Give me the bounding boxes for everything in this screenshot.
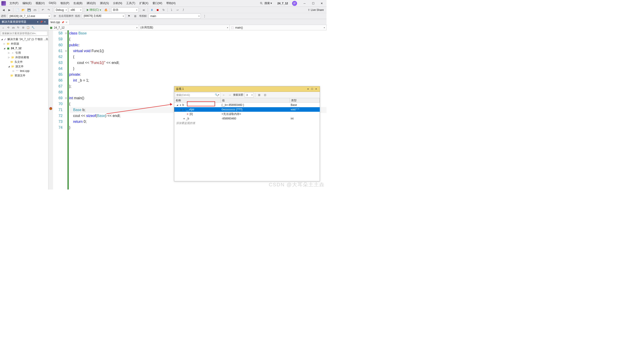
- thread-icon[interactable]: ⊞: [133, 14, 138, 19]
- pin-icon[interactable]: 📌: [61, 21, 64, 24]
- project-node[interactable]: ◢▣24_7_12: [0, 46, 48, 51]
- menu-test[interactable]: 测试(S): [98, 0, 111, 6]
- menu-view[interactable]: 视图(V): [34, 0, 47, 6]
- col-type[interactable]: 类型: [290, 98, 320, 103]
- nav-func-combo[interactable]: ⬚main(): [230, 25, 327, 30]
- redo-icon[interactable]: ↷: [46, 7, 51, 12]
- ext-deps-node[interactable]: ▷📁外部依赖项: [0, 55, 48, 60]
- step-into-icon[interactable]: ⤵: [169, 7, 174, 12]
- stack-combo[interactable]: main: [149, 14, 201, 19]
- save-all-icon[interactable]: 🗃: [11, 26, 15, 30]
- step-icon[interactable]: ⏯: [141, 7, 146, 12]
- forward-button[interactable]: ▶: [7, 7, 12, 12]
- col-name[interactable]: 名称: [174, 98, 221, 103]
- variable-icon: ◈: [182, 117, 185, 120]
- menu-build[interactable]: 生成(B): [72, 0, 84, 6]
- collapse-icon[interactable]: ⊟: [21, 26, 25, 30]
- new-project-icon[interactable]: 📄: [15, 7, 20, 12]
- ext-src-node[interactable]: ▷📁外部源: [0, 42, 48, 46]
- minimize-button[interactable]: ─: [301, 1, 308, 6]
- test-cpp-node[interactable]: ▷⁺⁺test.cpp: [0, 69, 48, 73]
- menu-window[interactable]: 窗口(W): [151, 0, 164, 6]
- stack-more-icon[interactable]: ⋮: [202, 14, 207, 19]
- step-over-icon[interactable]: ⤻: [175, 7, 180, 12]
- sources-node[interactable]: ◢📁源文件: [0, 64, 48, 69]
- menu-tools[interactable]: 工具(T): [124, 0, 137, 6]
- save-icon[interactable]: 💾: [26, 7, 31, 12]
- watch-dropdown-icon[interactable]: ▾: [306, 87, 310, 91]
- flag-icon[interactable]: ⚑: [127, 14, 131, 19]
- watch-search-input[interactable]: [176, 94, 219, 96]
- save-all-icon[interactable]: 🗃: [32, 7, 37, 12]
- share-icon: ⇪: [308, 8, 310, 12]
- solution-search-input[interactable]: [1, 31, 47, 36]
- menu-extensions[interactable]: 扩展(X): [137, 0, 150, 6]
- watch-title-bar[interactable]: 监视 1 ▾ ☐ ✕: [174, 86, 320, 92]
- tab-test-cpp[interactable]: test.cpp 📌 ✕: [49, 20, 70, 25]
- watch-close-icon[interactable]: ✕: [314, 87, 318, 91]
- home-icon[interactable]: ⌂: [1, 26, 5, 30]
- menu-git[interactable]: Git(G): [47, 0, 58, 6]
- watch-row[interactable]: ⊘[0] <无法读取内存>: [174, 112, 320, 116]
- col-value[interactable]: 值: [221, 98, 290, 103]
- title-search[interactable]: 搜索 ▾: [259, 1, 273, 6]
- solution-tree[interactable]: ◢⑇解决方案 '24_7_12' (1 个项目，共 ▷📁外部源 ◢▣24_7_1…: [0, 36, 48, 189]
- hot-reload-icon[interactable]: 🔥: [103, 7, 108, 12]
- folder-icon: 📁: [10, 74, 14, 77]
- refresh-icon[interactable]: ↻: [16, 26, 20, 30]
- back-button[interactable]: ◀: [1, 7, 6, 12]
- refs-node[interactable]: ▷▫引用: [0, 51, 48, 55]
- watch-toolbar: 🔍▾ ← → 搜索深度: 3 ⊞ ⊡: [174, 92, 320, 98]
- watch-row[interactable]: ◢◈__vfptr 0xcccccccc {???} void * *: [174, 107, 320, 112]
- watch-grid[interactable]: 名称 值 类型 ◢◈b { _b=-858993460 } Base ◢◈__v…: [174, 98, 320, 181]
- menu-debug[interactable]: 调试(D): [85, 0, 98, 6]
- panel-pin-icon[interactable]: 📌: [40, 20, 43, 24]
- close-button[interactable]: ✕: [318, 1, 325, 6]
- lifecycle-icon[interactable]: ⟳: [52, 14, 57, 19]
- watch-row[interactable]: ◢◈b { _b=-858993460 } Base: [174, 103, 320, 107]
- auto-combo[interactable]: 自动: [111, 7, 138, 12]
- solution-node[interactable]: ◢⑇解决方案 '24_7_12' (1 个项目，共: [0, 37, 48, 42]
- continue-button[interactable]: 继续(C) ▾: [85, 7, 103, 12]
- menu-edit[interactable]: 编辑(E): [21, 0, 33, 6]
- tab-close-icon[interactable]: ✕: [65, 21, 68, 24]
- maximize-button[interactable]: ☐: [310, 1, 316, 6]
- step-out-icon[interactable]: ⤴: [181, 7, 186, 12]
- nav-scope-combo[interactable]: (全局范围): [139, 25, 230, 30]
- menu-file[interactable]: 文件(F): [8, 0, 20, 6]
- panel-dropdown-icon[interactable]: ▾: [36, 20, 39, 24]
- restart-icon[interactable]: ↻: [161, 7, 166, 12]
- menu-project[interactable]: 项目(P): [58, 0, 71, 6]
- nav-project-combo[interactable]: ▣24_7_12: [49, 25, 139, 30]
- watch-columns: 名称 值 类型: [174, 98, 320, 103]
- watch-window[interactable]: 监视 1 ▾ ☐ ✕ 🔍▾ ← → 搜索深度: 3 ⊞ ⊡ 名称 值 类型 ◢◈…: [174, 86, 320, 181]
- properties-icon[interactable]: 🔧: [31, 26, 35, 30]
- watch-add-row[interactable]: 添加要监视的项: [174, 121, 320, 125]
- watch-back-icon[interactable]: ←: [221, 92, 226, 98]
- resources-node[interactable]: 📁资源文件: [0, 73, 48, 78]
- undo-icon[interactable]: ↶: [40, 7, 45, 12]
- watch-opt1-icon[interactable]: ⊞: [257, 92, 262, 98]
- live-share-button[interactable]: ⇪ Live Share: [306, 8, 326, 12]
- main-menu: 文件(F) 编辑(E) 视图(V) Git(G) 项目(P) 生成(B) 调试(…: [8, 0, 177, 6]
- thread-combo[interactable]: [88676] 主线程: [82, 14, 125, 19]
- menu-analyze[interactable]: 分析(N): [111, 0, 124, 6]
- depth-combo[interactable]: 3: [245, 92, 254, 98]
- stop-icon[interactable]: ⏹: [155, 7, 160, 12]
- watch-maximize-icon[interactable]: ☐: [310, 87, 314, 91]
- process-combo[interactable]: [86328] 24_7_12.exe: [8, 14, 51, 19]
- platform-combo[interactable]: x86: [69, 7, 82, 12]
- panel-close-icon[interactable]: ✕: [43, 20, 47, 24]
- search-icon[interactable]: 🔍▾: [215, 93, 219, 96]
- show-all-icon[interactable]: 📋: [26, 26, 30, 30]
- open-icon[interactable]: 📂: [21, 7, 26, 12]
- watch-fwd-icon[interactable]: →: [227, 92, 232, 98]
- config-combo[interactable]: Debug: [54, 7, 68, 12]
- watch-row[interactable]: ◈_b -858993460 int: [174, 116, 320, 121]
- sync-icon[interactable]: ⟲: [6, 26, 10, 30]
- pause-icon[interactable]: ⏸: [149, 7, 154, 12]
- user-avatar-icon[interactable]: 妤: [292, 1, 297, 6]
- watch-opt2-icon[interactable]: ⊡: [263, 92, 268, 98]
- menu-help[interactable]: 帮助(H): [164, 0, 177, 6]
- headers-node[interactable]: 📁头文件: [0, 60, 48, 64]
